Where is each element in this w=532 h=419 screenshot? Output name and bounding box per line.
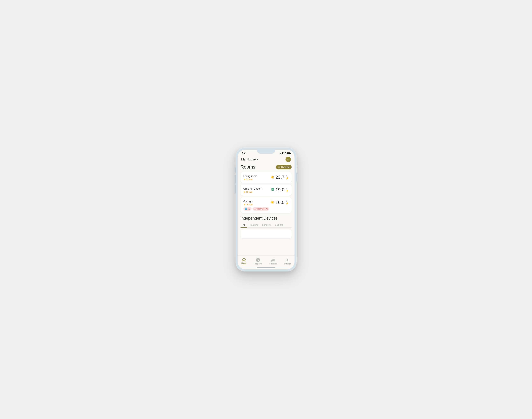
wifi-icon <box>283 152 286 154</box>
battery-icon <box>286 152 290 154</box>
house-icon <box>242 258 246 262</box>
heating-icon: ⚡ <box>286 202 289 205</box>
signal-icon <box>280 152 283 154</box>
sun-icon: ☀️ <box>270 175 274 179</box>
room-name: Living room <box>244 174 258 178</box>
badge-text: Open Window <box>256 208 268 210</box>
svg-point-6 <box>287 260 288 261</box>
temp-unit: °C <box>286 175 287 177</box>
nav-statistics[interactable]: Statistics <box>267 258 279 266</box>
add-button[interactable]: + <box>286 157 291 162</box>
room-energy: ⚡ 25 kWh <box>244 191 262 193</box>
heating-icon: ⚡ <box>286 189 289 192</box>
room-temperature: 19.0 °C ⚡ <box>271 187 289 193</box>
nav-programs-label: Programs <box>254 263 262 265</box>
heating-icon: ⚡ <box>286 177 289 180</box>
badge-device-count: 🌐 1/2 <box>244 207 252 210</box>
status-time: 9:41 <box>242 152 247 155</box>
rooms-title: Rooms <box>241 164 255 170</box>
home-indicator <box>257 268 275 268</box>
override-label: Override <box>281 166 289 168</box>
chevron-down-icon <box>257 159 258 160</box>
tab-all[interactable]: All <box>241 223 247 228</box>
device-card[interactable] <box>241 229 292 238</box>
settings-icon <box>286 258 289 262</box>
temp-value: 23.7 <box>275 174 285 180</box>
main-content: Rooms ☀ Override Living room ⚡ 32 kWh <box>238 164 295 255</box>
room-energy: ⚡ 10 kWh <box>244 203 253 206</box>
room-card-childrens-room[interactable]: Children's room ⚡ 25 kWh <box>241 184 292 196</box>
filter-tabs: All Heaters Sensors Sockets <box>241 223 292 228</box>
statistics-icon <box>271 258 274 262</box>
rooms-section-header: Rooms ☀ Override <box>241 164 292 170</box>
energy-value: 25 kWh <box>246 191 253 193</box>
room-temperature: ☀️ 23.7 °C ⚡ <box>270 174 289 180</box>
phone-device: 9:41 <box>235 147 297 272</box>
sun-icon: ☀️ <box>270 200 274 204</box>
nav-programs[interactable]: Programs <box>252 258 264 266</box>
energy-lightning-icon: ⚡ <box>244 178 246 181</box>
energy-lightning-icon: ⚡ <box>244 203 246 206</box>
room-card-garage[interactable]: Garage ⚡ 10 kWh ☀️ 16.0 °C ⚡ <box>241 197 292 213</box>
room-name: Children's room <box>244 187 262 190</box>
badge-text: 1/2 <box>248 208 250 210</box>
temp-unit: °C <box>286 200 287 202</box>
nav-statistics-label: Statistics <box>269 263 276 265</box>
tab-sensors[interactable]: Sensors <box>260 223 273 228</box>
alert-icon: ⚠ <box>254 208 256 210</box>
house-name: My House <box>241 157 256 161</box>
add-icon: + <box>287 158 289 161</box>
room-card-living-room[interactable]: Living room ⚡ 32 kWh ☀️ 23.7 °C ⚡ <box>241 172 292 183</box>
svg-rect-4 <box>273 260 273 262</box>
badge-open-window: ⚠ Open Window <box>253 207 269 210</box>
override-icon: ☀ <box>278 166 280 168</box>
room-badges: 🌐 1/2 ⚠ Open Window <box>244 207 289 210</box>
independent-devices-title: Independent Devices <box>241 216 292 221</box>
room-energy: ⚡ 32 kWh <box>244 178 258 181</box>
svg-rect-3 <box>272 260 272 262</box>
temp-value: 19.0 <box>275 187 285 193</box>
phone-screen: 9:41 <box>238 150 295 269</box>
tab-heaters[interactable]: Heaters <box>247 223 260 228</box>
power-button <box>297 173 297 182</box>
globe-icon: 🌐 <box>245 208 247 210</box>
mute-button <box>235 167 236 173</box>
nav-house[interactable]: House <box>239 257 249 266</box>
room-name: Garage <box>244 200 253 203</box>
svg-rect-5 <box>274 259 274 262</box>
status-icons <box>280 152 290 154</box>
nav-settings[interactable]: Settings <box>282 258 293 266</box>
override-button[interactable]: ☀ Override <box>276 165 291 170</box>
energy-value: 10 kWh <box>246 204 253 206</box>
cube-icon <box>271 188 274 192</box>
app-header: My House + <box>238 155 295 164</box>
temp-unit: °C <box>286 188 287 189</box>
temp-value: 16.0 <box>275 200 285 205</box>
programs-icon <box>256 258 260 262</box>
energy-lightning-icon: ⚡ <box>244 191 246 193</box>
nav-active-line <box>242 265 246 265</box>
notch <box>257 150 275 154</box>
nav-house-label: House <box>241 262 246 264</box>
energy-value: 32 kWh <box>246 178 253 181</box>
nav-settings-label: Settings <box>284 263 290 265</box>
bottom-navigation: House Programs <box>238 255 295 267</box>
volume-down-button <box>235 185 236 193</box>
room-temperature: ☀️ 16.0 °C ⚡ <box>270 200 289 205</box>
tab-sockets[interactable]: Sockets <box>273 223 285 228</box>
svg-rect-1 <box>272 189 273 190</box>
house-selector[interactable]: My House <box>241 157 258 161</box>
volume-up-button <box>235 175 236 183</box>
